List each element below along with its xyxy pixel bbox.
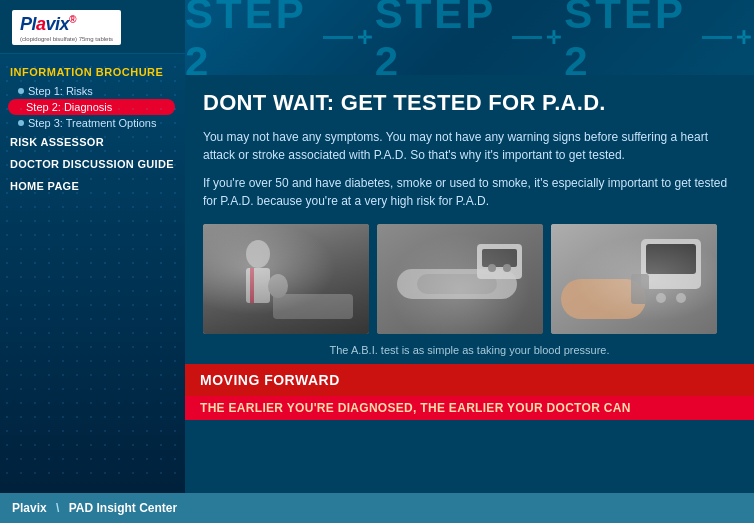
svg-point-13	[488, 264, 496, 272]
bullet-step2	[16, 104, 22, 110]
logo-area: Plavix® (clopidogrel bisulfate) 75mg tab…	[0, 0, 185, 54]
images-row	[203, 224, 736, 334]
svg-rect-7	[377, 224, 543, 334]
nav-doctor-guide[interactable]: DOCTOR DISCUSSION GUIDE	[10, 153, 175, 175]
moving-forward-bar[interactable]: MOVING FORWARD	[185, 364, 754, 396]
content-area: DONT WAIT: GET TESTED FOR P.A.D. You may…	[185, 75, 754, 435]
svg-point-2	[246, 240, 270, 268]
image-caption: The A.B.I. test is as simple as taking y…	[203, 344, 736, 356]
svg-rect-12	[482, 249, 517, 267]
nav-step3-label: Step 3: Treatment Options	[28, 117, 156, 129]
sidebar: Plavix® (clopidogrel bisulfate) 75mg tab…	[0, 0, 185, 523]
svg-rect-11	[477, 244, 522, 279]
step-label-3: STEP 2	[564, 0, 694, 75]
svg-rect-10	[417, 274, 497, 294]
bottom-brand-plavix: Plavix	[12, 501, 47, 515]
bottom-bar-brand: Plavix \ PAD Insight Center	[12, 501, 177, 515]
info-brochure-nav-title[interactable]: INFORMATION BROCHURE	[10, 66, 175, 78]
svg-rect-1	[203, 224, 369, 334]
main-heading: DONT WAIT: GET TESTED FOR P.A.D.	[203, 90, 736, 116]
step-cross: ✛	[357, 27, 375, 49]
svg-rect-22	[631, 274, 649, 304]
step-divider-1: ✛	[323, 27, 375, 49]
bullet-step1	[18, 88, 24, 94]
brand-logo[interactable]: Plavix®	[20, 14, 76, 34]
step-bg-text-2: STEP 2 ✛	[375, 0, 565, 75]
svg-point-6	[268, 274, 288, 298]
step-line-3	[702, 36, 732, 39]
nav-home-page[interactable]: HOME PAGE	[10, 175, 175, 197]
svg-rect-0	[203, 224, 369, 334]
svg-point-20	[676, 293, 686, 303]
step-divider-2: ✛	[512, 27, 564, 49]
logo-box: Plavix® (clopidogrel bisulfate) 75mg tab…	[12, 10, 121, 45]
step-header-bg: STEP 2 ✛ STEP 2 ✛ STEP 2 ✛	[185, 0, 754, 75]
moving-forward-label: MOVING FORWARD	[200, 372, 340, 388]
svg-rect-21	[561, 279, 646, 319]
nav-step1-label: Step 1: Risks	[28, 85, 93, 97]
step-line	[323, 36, 353, 39]
svg-rect-17	[641, 239, 701, 289]
medical-image-3	[551, 224, 717, 334]
svg-rect-4	[250, 268, 254, 303]
svg-rect-16	[551, 224, 717, 334]
nav-section: INFORMATION BROCHURE Step 1: Risks Step …	[0, 54, 185, 491]
highlight-text: THE EARLIER YOU'RE DIAGNOSED, THE EARLIE…	[185, 396, 754, 420]
svg-rect-18	[646, 244, 696, 274]
medical-image-1	[203, 224, 369, 334]
main-body-text: You may not have any symptoms. You may n…	[203, 128, 736, 164]
secondary-text: If you're over 50 and have diabetes, smo…	[203, 174, 736, 210]
step-divider-3: ✛	[702, 27, 754, 49]
step-cross-2: ✛	[546, 27, 564, 49]
bottom-bar: Plavix \ PAD Insight Center	[0, 493, 754, 523]
bullet-step3	[18, 120, 24, 126]
step-label-1: STEP 2	[185, 0, 315, 75]
nav-step2-label: Step 2: Diagnosis	[26, 101, 112, 113]
nav-step1[interactable]: Step 1: Risks	[10, 83, 175, 99]
step-line-2	[512, 36, 542, 39]
step-cross-3: ✛	[736, 27, 754, 49]
step-label-2: STEP 2	[375, 0, 505, 75]
nav-step3[interactable]: Step 3: Treatment Options	[10, 115, 175, 131]
bottom-section-label[interactable]: PAD Insight Center	[69, 501, 177, 515]
medical-image-2	[377, 224, 543, 334]
main-content: STEP 2 ✛ STEP 2 ✛ STEP 2 ✛ DONT WAIT: GE…	[185, 0, 754, 493]
svg-rect-3	[246, 268, 270, 303]
logo-subtitle: (clopidogrel bisulfate) 75mg tablets	[20, 36, 113, 42]
svg-rect-8	[377, 224, 543, 334]
svg-point-14	[503, 264, 511, 272]
svg-point-19	[656, 293, 666, 303]
nav-risk-assessor[interactable]: RISK ASSESSOR	[10, 131, 175, 153]
step-bg-text-3: STEP 2 ✛	[564, 0, 754, 75]
svg-rect-5	[273, 294, 353, 319]
nav-step2[interactable]: Step 2: Diagnosis	[8, 99, 175, 115]
bottom-separator: \	[56, 501, 59, 515]
svg-rect-9	[397, 269, 517, 299]
svg-rect-15	[551, 224, 717, 334]
step-bg-text-1: STEP 2 ✛	[185, 0, 375, 75]
